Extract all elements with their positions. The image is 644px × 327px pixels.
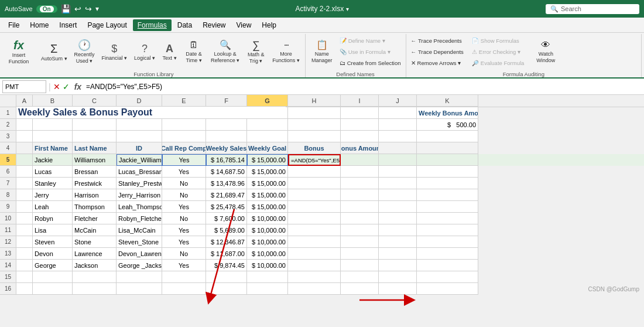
cell-b4[interactable]: First Name: [33, 142, 73, 154]
cell-d7[interactable]: Stanley_Prestwick: [117, 178, 162, 189]
col-header-i[interactable]: I: [341, 95, 379, 107]
menu-insert[interactable]: Insert: [54, 19, 81, 31]
row-num-7[interactable]: 7: [0, 178, 16, 189]
cell-e15[interactable]: [162, 271, 206, 283]
cell-d1[interactable]: [117, 107, 162, 119]
insert-function-button[interactable]: fx InsertFunction: [5, 35, 33, 69]
search-box[interactable]: 🔍 Search: [546, 4, 639, 14]
cell-d3[interactable]: [117, 131, 162, 142]
show-formulas-button[interactable]: 📄 Show Formulas: [470, 35, 526, 46]
cell-a10[interactable]: [16, 213, 33, 224]
col-header-k[interactable]: K: [417, 95, 478, 107]
financial-button[interactable]: $ Financial ▾: [99, 35, 131, 69]
cell-a15[interactable]: [16, 271, 33, 283]
cell-h3[interactable]: [288, 131, 341, 142]
cell-i5[interactable]: [341, 154, 379, 166]
cell-k6[interactable]: [417, 166, 478, 178]
cell-f3[interactable]: [206, 131, 247, 142]
row-num-11[interactable]: 11: [0, 224, 16, 236]
cell-h12[interactable]: [288, 236, 341, 248]
cell-d6[interactable]: Lucas_Bressan: [117, 166, 162, 178]
col-header-c[interactable]: C: [73, 95, 117, 107]
cell-a4[interactable]: [16, 142, 33, 154]
cell-j2[interactable]: [379, 119, 417, 131]
cell-i3[interactable]: [341, 131, 379, 142]
cell-g13[interactable]: $ 10,000.00: [247, 248, 288, 260]
cell-h16[interactable]: [288, 283, 341, 295]
cell-j7[interactable]: [379, 178, 417, 189]
menu-formulas[interactable]: Formulas: [133, 19, 172, 31]
cell-b3[interactable]: [33, 131, 73, 142]
cell-k16[interactable]: [417, 283, 478, 295]
col-header-b[interactable]: B: [33, 95, 73, 107]
cell-c9[interactable]: Thompson: [73, 201, 117, 213]
customize-icon[interactable]: ▾: [95, 5, 99, 13]
cell-c15[interactable]: [73, 271, 117, 283]
math-trig-button[interactable]: ∑ Math &Trig ▾: [244, 35, 268, 69]
cell-g9[interactable]: $ 15,000.00: [247, 201, 288, 213]
cell-f11[interactable]: $ 5,689.00: [206, 224, 247, 236]
name-manager-button[interactable]: 📋 NameManager: [308, 35, 336, 69]
cell-c4[interactable]: Last Name: [73, 142, 117, 154]
cell-i12[interactable]: [341, 236, 379, 248]
cell-g1[interactable]: [247, 107, 288, 119]
cell-f14[interactable]: $ 9,874.45: [206, 260, 247, 271]
cell-i7[interactable]: [341, 178, 379, 189]
cell-i11[interactable]: [341, 224, 379, 236]
cell-e7[interactable]: No: [162, 178, 206, 189]
row-num-15[interactable]: 15: [0, 271, 16, 283]
cell-b15[interactable]: [33, 271, 73, 283]
cell-j1[interactable]: [379, 107, 417, 119]
more-functions-button[interactable]: ··· MoreFunctions ▾: [269, 35, 303, 69]
row-num-3[interactable]: 3: [0, 131, 16, 142]
cell-c12[interactable]: Stone: [73, 236, 117, 248]
cell-g16[interactable]: [247, 283, 288, 295]
col-header-e[interactable]: E: [162, 95, 206, 107]
remove-arrows-button[interactable]: ✕ Remove Arrows ▾: [409, 57, 466, 69]
cell-b8[interactable]: Jerry: [33, 189, 73, 201]
cell-d10[interactable]: Robyn_Fletcher: [117, 213, 162, 224]
cell-f16[interactable]: [206, 283, 247, 295]
cell-g15[interactable]: [247, 271, 288, 283]
cell-a13[interactable]: [16, 248, 33, 260]
cell-j3[interactable]: [379, 131, 417, 142]
cell-i8[interactable]: [341, 189, 379, 201]
menu-page-layout[interactable]: Page Layout: [83, 19, 131, 31]
cell-a11[interactable]: [16, 224, 33, 236]
col-header-f[interactable]: F: [206, 95, 247, 107]
cell-i16[interactable]: [341, 283, 379, 295]
cell-d14[interactable]: George _Jackson: [117, 260, 162, 271]
cell-j13[interactable]: [379, 248, 417, 260]
cell-j8[interactable]: [379, 189, 417, 201]
cell-b5[interactable]: Jackie: [33, 154, 73, 166]
cell-g2[interactable]: [247, 119, 288, 131]
row-num-6[interactable]: 6: [0, 166, 16, 178]
cell-f9[interactable]: $ 25,478.45: [206, 201, 247, 213]
cell-j15[interactable]: [379, 271, 417, 283]
menu-help[interactable]: Help: [257, 19, 281, 31]
cell-k15[interactable]: [417, 271, 478, 283]
cell-e11[interactable]: Yes: [162, 224, 206, 236]
cell-k11[interactable]: [417, 224, 478, 236]
cell-k12[interactable]: [417, 236, 478, 248]
cell-a3[interactable]: [16, 131, 33, 142]
cell-i13[interactable]: [341, 248, 379, 260]
cell-f6[interactable]: $ 14,687.50: [206, 166, 247, 178]
cell-f1[interactable]: [206, 107, 247, 119]
cell-c13[interactable]: Lawrence: [73, 248, 117, 260]
cell-g10[interactable]: $ 10,000.00: [247, 213, 288, 224]
cell-h4[interactable]: Bonus: [288, 142, 341, 154]
cell-j5[interactable]: [379, 154, 417, 166]
cell-h8[interactable]: [288, 189, 341, 201]
cell-f2[interactable]: [206, 119, 247, 131]
cell-e1[interactable]: [162, 107, 206, 119]
cell-c7[interactable]: Prestwick: [73, 178, 117, 189]
cell-g8[interactable]: $ 15,000.00: [247, 189, 288, 201]
cell-k5[interactable]: [417, 154, 478, 166]
cell-i15[interactable]: [341, 271, 379, 283]
cell-a7[interactable]: [16, 178, 33, 189]
cell-h13[interactable]: [288, 248, 341, 260]
undo-icon[interactable]: ↩: [74, 4, 81, 13]
cell-a2[interactable]: [16, 119, 33, 131]
cell-a1[interactable]: [16, 107, 33, 119]
